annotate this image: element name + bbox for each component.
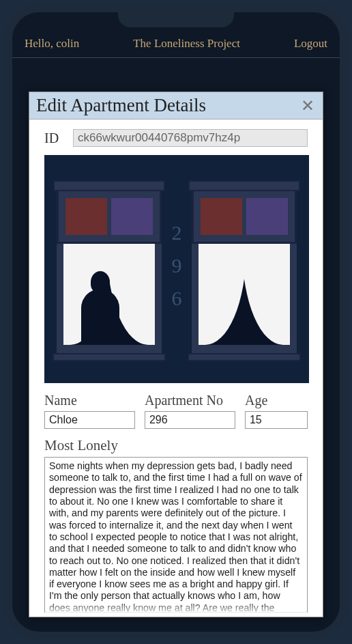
age-input[interactable] <box>245 411 308 429</box>
greeting-text: Hello, colin <box>25 37 79 51</box>
close-icon[interactable]: ✕ <box>301 98 314 114</box>
most-lonely-label: Most Lonely <box>44 437 308 454</box>
pane-purple <box>111 198 153 235</box>
id-label: ID <box>44 130 65 146</box>
app-title: The Loneliness Project <box>133 37 240 51</box>
apartment-input[interactable] <box>145 411 235 429</box>
modal-header: Edit Apartment Details ✕ <box>29 92 323 120</box>
window-left <box>57 185 162 361</box>
name-label: Name <box>44 393 135 408</box>
age-field-group: Age <box>245 393 308 429</box>
name-field-group: Name <box>44 393 135 429</box>
curtain-right <box>242 244 290 345</box>
phone-frame: Hello, colin The Loneliness Project Logo… <box>5 5 347 639</box>
name-input[interactable] <box>44 411 135 429</box>
logout-link[interactable]: Logout <box>294 37 327 51</box>
apartment-illustration: 296 <box>44 155 309 383</box>
most-lonely-textarea[interactable] <box>44 457 308 613</box>
age-label: Age <box>245 393 308 408</box>
modal-body: ID ck66wkwur00440768pmv7hz4p <box>29 120 323 617</box>
pane-purple <box>246 198 288 235</box>
apartment-field-group: Apartment No <box>145 393 235 429</box>
pane-red <box>201 198 242 235</box>
modal-title: Edit Apartment Details <box>36 95 206 116</box>
id-value: ck66wkwur00440768pmv7hz4p <box>73 129 308 147</box>
curtain-left <box>199 244 246 345</box>
apartment-number-display: 296 <box>172 221 182 310</box>
window-right <box>192 185 297 361</box>
fields-row: Name Apartment No Age <box>44 393 308 429</box>
phone-notch <box>118 11 234 27</box>
id-row: ID ck66wkwur00440768pmv7hz4p <box>44 129 308 147</box>
edit-apartment-modal: Edit Apartment Details ✕ ID ck66wkwur004… <box>29 92 323 617</box>
pane-red <box>65 198 107 235</box>
person-silhouette <box>78 271 121 345</box>
apartment-label: Apartment No <box>145 393 235 408</box>
screen: Hello, colin The Loneliness Project Logo… <box>12 12 340 632</box>
